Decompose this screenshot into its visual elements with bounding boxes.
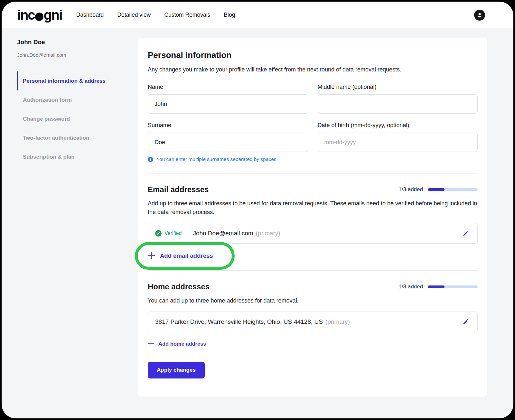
sidebar-divider	[17, 65, 124, 65]
dob-field-group: Date of birth (mm-dd-yyyy, optional)	[318, 114, 478, 162]
verified-check-icon	[155, 230, 162, 237]
name-input[interactable]	[148, 94, 308, 114]
sidebar-item-two-factor[interactable]: Two-factor authentication	[17, 128, 124, 147]
middle-name-label: Middle name (optional)	[318, 84, 478, 90]
surname-hint-text: You can enter multiple surnames separate…	[156, 156, 278, 162]
home-progress-bar	[428, 285, 478, 288]
nav-blog[interactable]: Blog	[224, 12, 235, 18]
surname-hint-row: You can enter multiple surnames separate…	[148, 156, 308, 162]
nav-custom-removals[interactable]: Custom Removals	[164, 12, 210, 18]
pencil-icon	[463, 319, 469, 325]
home-primary-note: (primary)	[325, 318, 350, 325]
add-email-label: Add email address	[160, 252, 213, 259]
dob-input[interactable]	[318, 133, 478, 152]
info-icon	[148, 157, 153, 162]
email-section-title: Email addresses	[148, 185, 209, 194]
middle-name-input[interactable]	[318, 94, 478, 114]
name-field-group: Name	[148, 75, 308, 114]
apply-changes-button[interactable]: Apply changes	[148, 362, 205, 378]
add-home-address-label: Add home address	[158, 341, 206, 347]
personal-info-description: Any changes you make to your profile wil…	[148, 65, 478, 74]
top-nav-bar: inc gni Dashboard Detailed view Custom R…	[2, 2, 513, 28]
email-added-count: 1/3 added	[398, 186, 423, 193]
verified-badge: Verified	[164, 230, 182, 236]
pencil-icon	[463, 230, 469, 237]
top-nav-links: Dashboard Detailed view Custom Removals …	[76, 12, 235, 18]
email-section-header: Email addresses 1/3 added	[148, 185, 478, 194]
user-email: John.Doe@email.com	[17, 52, 124, 58]
home-addresses-section: Home addresses 1/3 added You can add up …	[148, 282, 478, 378]
sidebar-item-change-password[interactable]: Change password	[17, 109, 124, 128]
email-entry-row: Verified John.Doe@email.com (primary)	[148, 223, 478, 244]
middle-name-field-group: Middle name (optional)	[318, 75, 478, 114]
email-progress-fill	[428, 188, 445, 191]
entry-separator	[187, 223, 187, 243]
page-body: John Doe John.Doe@email.com Personal inf…	[2, 28, 513, 397]
nav-dashboard[interactable]: Dashboard	[76, 12, 104, 18]
divider-personal-emails	[148, 173, 478, 173]
sidebar-item-personal-information[interactable]: Personal information & address	[17, 71, 124, 90]
email-addresses-section: Email addresses 1/3 added Add up to thre…	[148, 185, 478, 259]
home-entry-row: 3817 Parker Drive, Warrensville Heights,…	[148, 312, 478, 332]
home-progress-group: 1/3 added	[398, 284, 478, 290]
add-home-address-button[interactable]: Add home address	[148, 341, 206, 347]
surname-label: Surname	[148, 122, 308, 129]
email-progress-bar	[428, 188, 478, 191]
sidebar-item-authorization-form[interactable]: Authorization form	[17, 90, 124, 109]
home-section-header: Home addresses 1/3 added	[148, 282, 478, 291]
home-progress-fill	[428, 285, 445, 288]
brand-logo[interactable]: inc gni	[17, 7, 62, 23]
home-address-value: 3817 Parker Drive, Warrensville Heights,…	[155, 318, 323, 325]
settings-card: Personal information Any changes you mak…	[138, 38, 487, 397]
divider-emails-homes	[148, 270, 478, 271]
add-email-wrapper: Add email address	[148, 252, 213, 259]
nav-detailed-view[interactable]: Detailed view	[117, 12, 151, 18]
edit-home-address-button[interactable]	[461, 317, 470, 326]
name-label: Name	[148, 84, 308, 90]
user-name: John Doe	[17, 39, 124, 46]
plus-icon	[148, 341, 154, 347]
home-section-title: Home addresses	[148, 282, 210, 291]
email-primary-note: (primary)	[256, 230, 280, 237]
home-added-count: 1/3 added	[398, 284, 423, 290]
person-icon	[476, 12, 483, 18]
apply-row: Apply changes	[148, 347, 478, 378]
sidebar-item-subscription-plan[interactable]: Subscription & plan	[17, 147, 124, 166]
personal-info-title: Personal information	[148, 50, 478, 60]
logo-dot-icon	[35, 13, 43, 21]
app-window: inc gni Dashboard Detailed view Custom R…	[2, 2, 513, 418]
settings-sidebar: John Doe John.Doe@email.com Personal inf…	[17, 28, 124, 166]
dob-label: Date of birth (mm-dd-yyyy, optional)	[318, 122, 478, 129]
edit-email-button[interactable]	[461, 229, 470, 238]
email-progress-group: 1/3 added	[398, 186, 478, 193]
email-address-value: John.Doe@email.com	[193, 230, 253, 237]
surname-input[interactable]	[148, 133, 308, 152]
logo-text-post: gni	[44, 7, 62, 23]
logo-text-pre: inc	[17, 7, 35, 23]
surname-field-group: Surname You can enter multiple surnames …	[148, 114, 308, 162]
account-avatar-icon[interactable]	[474, 10, 485, 21]
plus-icon	[148, 252, 155, 259]
email-section-description: Add up to three email addresses to be us…	[148, 199, 478, 217]
personal-info-form: Name Middle name (optional) Surname	[148, 75, 478, 162]
home-section-description: You can add up to three home addresses f…	[148, 296, 478, 305]
add-email-button[interactable]: Add email address	[148, 252, 213, 259]
sidebar-nav: Personal information & address Authoriza…	[17, 71, 124, 166]
